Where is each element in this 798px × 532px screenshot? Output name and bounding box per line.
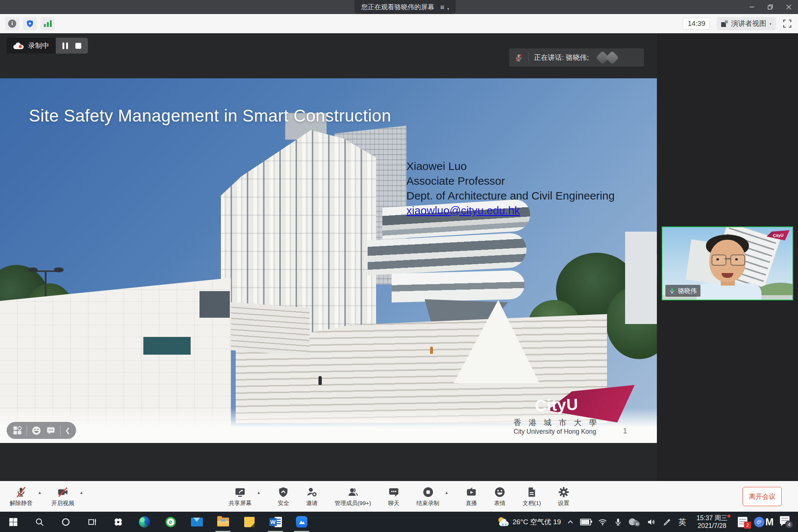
cloud-paused-icon xyxy=(629,518,640,526)
shared-slide: Site Safety Management in Smart Construc… xyxy=(0,78,657,443)
recording-status-pill: 录制中 xyxy=(7,38,88,54)
edge-browser-button[interactable] xyxy=(131,512,157,532)
emoji-reaction-icon[interactable] xyxy=(31,426,41,436)
minimize-button[interactable] xyxy=(743,0,761,14)
speaker-icon xyxy=(647,518,656,526)
weather-icon xyxy=(498,517,509,527)
active-speaker-bar: 正在讲话: 骆晓伟; xyxy=(509,48,644,66)
start-video-button[interactable]: 开启视频 xyxy=(51,486,74,507)
end-recording-label: 结束录制 xyxy=(416,499,439,507)
mic-options-caret[interactable]: ▲ xyxy=(38,490,42,495)
fullscreen-button[interactable] xyxy=(782,19,792,28)
video-cityu-logo-text: CityU xyxy=(773,233,783,238)
window-titlebar: 您正在观看骆晓伟的屏幕 ≡ ▾ xyxy=(0,0,798,14)
security-button[interactable]: 安全 xyxy=(278,486,289,507)
network-signal-button[interactable] xyxy=(41,17,55,30)
windows-taskbar: e W 26°C 空气优 19 xyxy=(0,512,798,532)
cortana-button[interactable] xyxy=(52,512,79,532)
meeting-header-bar: i 14:39 演讲者视图 ▾ xyxy=(0,14,798,34)
watching-screen-tab[interactable]: 您正在观看骆晓伟的屏幕 ≡ ▾ xyxy=(355,0,456,14)
cityu-logo: CityU 香 港 城 市 大 學 City University of Hon… xyxy=(514,385,635,440)
unmute-label: 解除静音 xyxy=(10,499,33,507)
volume-indicator[interactable] xyxy=(643,512,659,532)
share-screen-icon xyxy=(235,486,246,498)
gear-icon xyxy=(558,486,569,498)
chat-icon xyxy=(388,486,399,498)
security-label: 安全 xyxy=(278,499,289,507)
documents-button[interactable]: 文档(1) xyxy=(522,486,541,507)
mic-tray-indicator[interactable] xyxy=(611,512,625,532)
chevron-left-icon[interactable]: ❮ xyxy=(65,427,70,434)
wifi-indicator[interactable] xyxy=(594,512,611,532)
search-icon xyxy=(35,517,44,527)
window-controls xyxy=(743,0,798,14)
record-options-caret[interactable]: ▲ xyxy=(444,490,449,495)
green-e-browser-icon: e xyxy=(166,517,176,527)
cityu-logo-brand: CityU xyxy=(535,395,579,415)
chevron-up-icon xyxy=(567,520,573,524)
emoji-button[interactable]: 表情 xyxy=(494,486,505,507)
battery-indicator[interactable] xyxy=(577,512,594,532)
clock-widget[interactable]: 15:37 周三 2021/7/28 xyxy=(689,512,734,532)
notes-tray-app[interactable]: 2 xyxy=(734,512,751,532)
input-method-app-button[interactable] xyxy=(105,512,131,532)
meeting-app-icon xyxy=(296,516,307,528)
word-app-button[interactable]: W xyxy=(262,512,289,532)
taskbar-search-button[interactable] xyxy=(26,512,52,532)
m-app-letter: M xyxy=(765,516,774,528)
slide-title: Site Safety Management in Smart Construc… xyxy=(29,106,391,126)
divider xyxy=(60,425,61,436)
recording-controls xyxy=(56,38,88,54)
menu-icon[interactable]: ≡ xyxy=(440,4,444,11)
unmute-button[interactable]: 解除静音 xyxy=(10,486,33,507)
chat-bubble-icon[interactable] xyxy=(46,426,56,436)
browser-360-button[interactable]: e xyxy=(157,512,184,532)
settings-button[interactable]: 设置 xyxy=(558,486,569,507)
pen-settings-indicator[interactable] xyxy=(659,512,675,532)
chat-label: 聊天 xyxy=(388,499,399,507)
hidden-icons-button[interactable] xyxy=(564,512,577,532)
stop-recording-button[interactable] xyxy=(75,43,81,49)
document-icon xyxy=(526,486,537,498)
emoji-smiley-icon xyxy=(494,486,505,498)
live-stream-label: 直播 xyxy=(466,499,477,507)
mic-active-icon xyxy=(669,287,675,294)
presenter-email-link[interactable]: xiaowluo@cityu.edu.hk xyxy=(406,203,615,218)
members-icon xyxy=(347,486,358,498)
slide-layout-icon[interactable] xyxy=(13,426,22,435)
start-button[interactable] xyxy=(0,512,26,532)
sticky-notes-button[interactable] xyxy=(236,512,262,532)
leave-meeting-button[interactable]: 离开会议 xyxy=(743,487,782,506)
security-shield-icon xyxy=(278,486,289,498)
meeting-app-button[interactable] xyxy=(289,512,315,532)
close-button[interactable] xyxy=(780,0,798,14)
security-shield-button[interactable] xyxy=(23,17,37,30)
meeting-clock: 14:39 xyxy=(683,18,710,30)
manage-members-button[interactable]: 管理成员(99+) xyxy=(335,486,371,507)
chat-button[interactable]: 聊天 xyxy=(388,486,399,507)
notification-icon: 4 xyxy=(780,516,792,528)
input-language-indicator[interactable]: 英 xyxy=(675,512,689,532)
pause-recording-button[interactable] xyxy=(62,42,68,49)
mic-muted-icon xyxy=(16,486,27,498)
weather-widget[interactable]: 26°C 空气优 19 xyxy=(494,512,564,532)
live-tv-icon xyxy=(466,486,477,498)
mail-app-button[interactable] xyxy=(184,512,210,532)
action-center-button[interactable]: 4 xyxy=(777,512,796,532)
meeting-info-button[interactable]: i xyxy=(5,17,19,30)
end-recording-button[interactable]: 结束录制 xyxy=(416,486,439,507)
live-stream-button[interactable]: 直播 xyxy=(466,486,477,507)
participant-video-tile[interactable]: CityU 骆晓伟 xyxy=(662,226,793,300)
share-options-caret[interactable]: ▲ xyxy=(257,490,261,495)
task-view-button[interactable] xyxy=(79,512,105,532)
file-explorer-button[interactable] xyxy=(210,512,236,532)
invite-button[interactable]: 邀请 xyxy=(306,486,318,507)
participant-name: 骆晓伟 xyxy=(678,287,697,295)
onedrive-paused-indicator[interactable] xyxy=(625,512,643,532)
restore-button[interactable] xyxy=(761,0,780,14)
restore-icon xyxy=(768,4,773,10)
view-mode-dropdown[interactable]: 演讲者视图 ▾ xyxy=(717,17,776,30)
camera-options-caret[interactable]: ▲ xyxy=(79,490,83,495)
share-screen-button[interactable]: 共享屏幕 xyxy=(229,486,252,507)
m-tray-app[interactable]: M xyxy=(751,512,777,532)
